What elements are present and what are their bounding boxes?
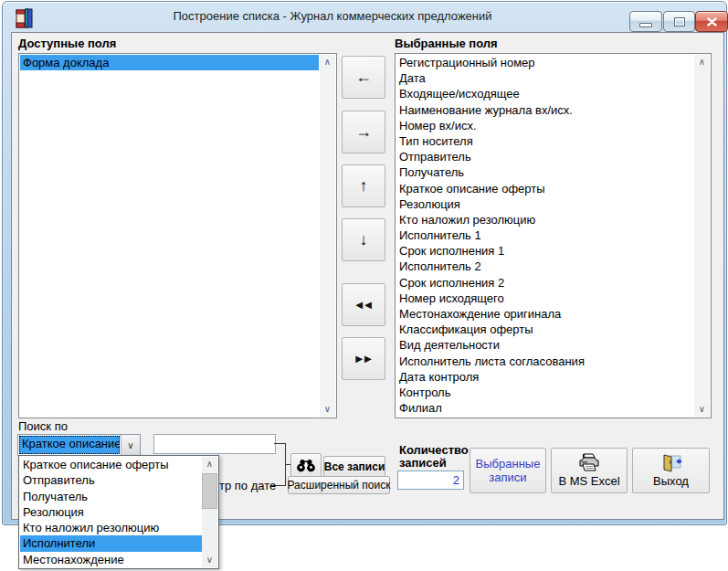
export-excel-label: В MS Excel: [558, 474, 619, 488]
exit-door-icon: [660, 454, 682, 472]
selected-records-button[interactable]: Выбранные записи: [470, 448, 546, 493]
all-records-button[interactable]: Все записи: [323, 456, 385, 477]
arrow-up-icon: ↑: [360, 176, 368, 196]
records-count-input[interactable]: [397, 471, 464, 490]
double-arrow-left-icon: ◄◄: [353, 298, 375, 312]
selected-field-item[interactable]: Резолюция: [396, 196, 693, 212]
exit-button[interactable]: Выход: [632, 448, 710, 493]
selected-fields-rows: Регистрационный номерДатаВходящее/исходя…: [396, 55, 693, 417]
dropdown-item[interactable]: Местонахождение: [20, 552, 202, 567]
maximize-button[interactable]: [663, 11, 695, 32]
available-fields-label: Доступные поля: [18, 37, 116, 50]
selected-field-item[interactable]: Исполнитель 2: [396, 259, 693, 274]
records-count-label-line2: записей: [399, 456, 447, 470]
all-records-label: Все записи: [324, 460, 385, 473]
search-field-dropdown-list[interactable]: Краткое описание офертыОтправительПолуча…: [18, 455, 219, 569]
move-right-button[interactable]: →: [342, 111, 385, 153]
move-down-button[interactable]: ↓: [342, 218, 385, 261]
scroll-up-icon[interactable]: ∧: [324, 55, 331, 69]
move-left-button[interactable]: ←: [342, 56, 385, 99]
selected-field-item[interactable]: Кто наложил резолюцию: [396, 212, 693, 227]
selected-list-scrollbar[interactable]: ∧ ∨: [694, 55, 710, 417]
selected-field-item[interactable]: Срок исполнения 1: [396, 243, 693, 259]
selected-field-item[interactable]: Номер вх/исх.: [396, 118, 693, 133]
selected-field-item[interactable]: Дата: [396, 70, 693, 86]
selected-records-label-line1: Выбранные: [476, 457, 541, 471]
arrow-right-icon: →: [355, 122, 372, 142]
arrow-left-icon: ←: [355, 68, 372, 87]
dropdown-item[interactable]: Отправитель: [20, 472, 202, 488]
combobox-selected-value: Краткое описание оф: [19, 436, 120, 454]
advanced-search-label: Расширенный поиск: [288, 479, 391, 492]
selected-field-item[interactable]: Местонахождение оригинала: [396, 306, 693, 322]
close-button[interactable]: [695, 11, 728, 32]
search-field-combobox[interactable]: Краткое описание оф ∨: [17, 434, 141, 456]
advanced-search-button[interactable]: Расширенный поиск: [288, 476, 390, 494]
dropdown-item[interactable]: Краткое описание оферты: [20, 457, 202, 472]
move-up-button[interactable]: ↑: [342, 164, 385, 207]
arrow-down-icon: ↓: [360, 230, 368, 249]
selected-field-item[interactable]: Филиал: [396, 400, 693, 416]
move-all-left-button[interactable]: ◄◄: [342, 283, 385, 326]
selected-field-item[interactable]: Тип носителя: [396, 133, 693, 149]
selected-field-item[interactable]: Исполнитель листа согласования: [396, 354, 693, 369]
exit-label: Выход: [653, 474, 689, 488]
selected-field-item[interactable]: Получатель: [396, 164, 693, 180]
selected-field-item[interactable]: Классификация оферты: [396, 322, 693, 337]
selected-field-item[interactable]: Вид деятельности: [396, 337, 693, 353]
selected-fields-list[interactable]: Регистрационный номерДатаВходящее/исходя…: [395, 53, 712, 418]
selected-records-label-line2: записи: [489, 471, 526, 484]
available-field-item[interactable]: Форма доклада: [20, 55, 319, 70]
scroll-down-icon[interactable]: ∨: [324, 402, 331, 417]
scroll-down-icon[interactable]: ∨: [699, 402, 705, 417]
selected-field-item[interactable]: Срок исполнения 2: [396, 275, 693, 291]
double-arrow-right-icon: ►►: [353, 352, 375, 365]
window-title: Построение списка - Журнал коммерческих …: [48, 9, 617, 23]
dropdown-rows: Краткое описание офертыОтправительПолуча…: [20, 457, 202, 567]
title-bar[interactable]: Построение списка - Журнал коммерческих …: [3, 2, 726, 31]
available-fields-list[interactable]: Форма доклада ∧ ∨: [18, 53, 337, 418]
selected-field-item[interactable]: Контроль: [396, 385, 693, 400]
selected-fields-label: Выбранные поля: [395, 37, 498, 50]
maximize-icon: [674, 17, 685, 26]
search-text-input[interactable]: [153, 434, 276, 454]
find-button[interactable]: [290, 453, 322, 478]
close-icon: [707, 17, 717, 26]
date-filter-label[interactable]: тр по дате: [219, 479, 276, 492]
minimize-icon: [639, 23, 652, 27]
records-count-label-line1: Количество: [399, 443, 469, 457]
printer-icon: [577, 453, 601, 472]
dropdown-item[interactable]: Исполнители: [20, 535, 202, 551]
chevron-down-icon: ∨: [127, 440, 133, 450]
export-excel-button[interactable]: В MS Excel: [551, 448, 628, 493]
selected-field-item[interactable]: Регистрационный номер: [396, 55, 693, 70]
selected-field-item[interactable]: Наименование журнала вх/исх.: [396, 102, 693, 118]
selected-field-item[interactable]: Отправитель: [396, 149, 693, 164]
binoculars-icon: [296, 459, 316, 472]
selected-field-item[interactable]: Входящее/исходящее: [396, 86, 693, 101]
dropdown-item[interactable]: Резолюция: [20, 504, 202, 520]
available-fields-rows: Форма доклада: [20, 55, 319, 417]
scroll-down-icon[interactable]: ∨: [206, 553, 213, 567]
combobox-dropdown-button[interactable]: ∨: [121, 435, 140, 455]
dropdown-item[interactable]: Кто наложил резолюцию: [20, 520, 202, 535]
minimize-button[interactable]: [629, 11, 662, 32]
available-list-scrollbar[interactable]: ∧ ∨: [320, 55, 335, 417]
selected-field-item[interactable]: Дата контроля: [396, 369, 693, 385]
selected-field-item[interactable]: Краткое описание оферты: [396, 181, 693, 196]
scrollbar-thumb[interactable]: [202, 473, 217, 509]
search-by-label: Поиск по: [18, 419, 68, 433]
scroll-up-icon[interactable]: ∧: [206, 457, 213, 471]
books-icon: [15, 7, 35, 29]
dropdown-item[interactable]: Получатель: [20, 489, 202, 504]
selected-field-item[interactable]: Исполнитель 1: [396, 227, 693, 243]
selected-field-item[interactable]: Номер исходящего: [396, 291, 693, 306]
scroll-up-icon[interactable]: ∧: [699, 55, 705, 69]
move-all-right-button[interactable]: ►►: [342, 337, 385, 380]
